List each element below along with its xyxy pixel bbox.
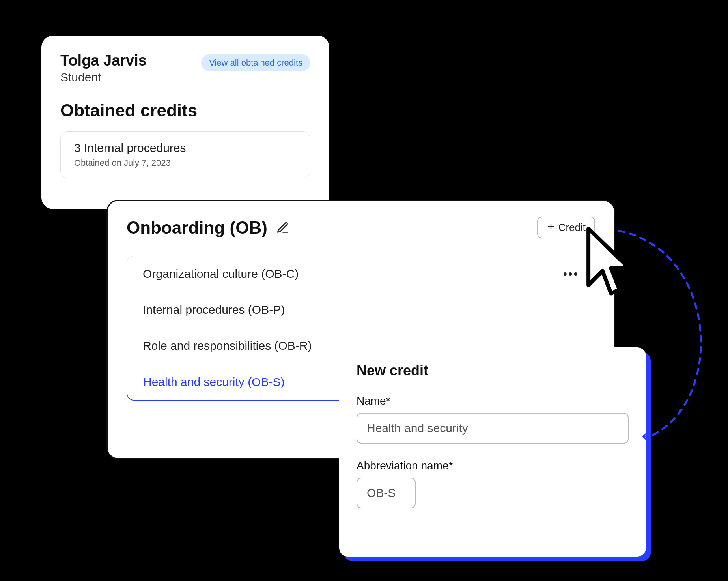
view-all-credits-link[interactable]: View all obtained credits bbox=[201, 54, 310, 71]
onboarding-row-label: Internal procedures (OB-P) bbox=[143, 303, 285, 317]
name-input[interactable] bbox=[357, 413, 629, 444]
onboarding-row[interactable]: Internal procedures (OB-P) bbox=[127, 292, 595, 328]
plus-icon bbox=[547, 221, 555, 234]
onboarding-row-label: Organizational culture (OB-C) bbox=[143, 267, 299, 281]
abbrev-input[interactable] bbox=[357, 478, 416, 508]
profile-role: Student bbox=[60, 71, 147, 84]
onboarding-row-label: Health and security (OB-S) bbox=[143, 375, 284, 389]
onboarding-title-group: Onboarding (OB) bbox=[127, 218, 289, 238]
add-credit-button[interactable]: Credit bbox=[537, 217, 595, 238]
onboarding-row[interactable]: Organizational culture (OB-C) ••• bbox=[127, 256, 595, 292]
credit-item-date: Obtained on July 7, 2023 bbox=[74, 158, 297, 168]
obtained-credits-heading: Obtained credits bbox=[60, 101, 310, 120]
pencil-icon[interactable] bbox=[276, 221, 289, 234]
profile-identity: Tolga Jarvis Student bbox=[60, 52, 147, 84]
credit-item-title: 3 Internal procedures bbox=[74, 141, 297, 155]
profile-name: Tolga Jarvis bbox=[60, 52, 147, 69]
add-credit-label: Credit bbox=[558, 221, 586, 234]
onboarding-title: Onboarding (OB) bbox=[127, 218, 267, 238]
onboarding-header: Onboarding (OB) Credit bbox=[127, 217, 595, 238]
abbrev-field-label: Abbreviation name* bbox=[357, 459, 629, 472]
profile-card: Tolga Jarvis Student View all obtained c… bbox=[41, 36, 329, 209]
name-field-label: Name* bbox=[357, 395, 629, 407]
obtained-credit-item[interactable]: 3 Internal procedures Obtained on July 7… bbox=[60, 131, 310, 178]
more-icon[interactable]: ••• bbox=[563, 267, 579, 281]
new-credit-title: New credit bbox=[357, 362, 629, 379]
onboarding-row-label: Role and responsibilities (OB-R) bbox=[143, 339, 312, 352]
new-credit-modal: New credit Name* Abbreviation name* bbox=[339, 347, 646, 557]
profile-header: Tolga Jarvis Student View all obtained c… bbox=[60, 52, 310, 84]
